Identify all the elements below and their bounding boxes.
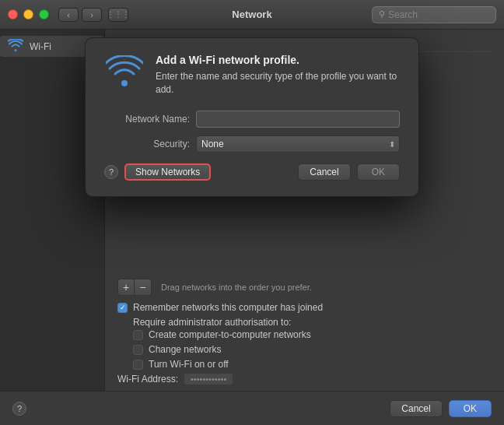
- sub-option-2-row: Change networks: [133, 344, 492, 355]
- drag-hint: Drag networks into the order you prefer.: [161, 283, 312, 292]
- sub-option-2-checkbox[interactable]: [133, 345, 143, 355]
- wifi-address-row: Wi-Fi Address: ••••••••••••: [117, 374, 492, 385]
- remember-networks-checkbox[interactable]: [117, 303, 128, 313]
- search-input[interactable]: [388, 9, 489, 20]
- search-box[interactable]: ⚲: [372, 6, 496, 23]
- show-networks-button[interactable]: Show Networks: [124, 163, 211, 181]
- global-bottom-bar: ? Cancel OK: [0, 391, 504, 425]
- title-bar: ‹ › ⋮⋮⋮ Network ⚲: [0, 0, 504, 30]
- modal-footer: ? Show Networks Cancel OK: [104, 163, 400, 181]
- modal-header: Add a Wi-Fi network profile. Enter the n…: [104, 54, 400, 97]
- modal-title-block: Add a Wi-Fi network profile. Enter the n…: [156, 54, 400, 97]
- require-admin-label: Require administrator authorisation to:: [133, 317, 291, 328]
- close-button[interactable]: [8, 9, 18, 19]
- security-select[interactable]: None WPA2 Personal WPA3 Personal WPA Ent…: [196, 135, 400, 153]
- wifi-address-value: ••••••••••••: [184, 374, 233, 385]
- svg-point-0: [121, 80, 128, 86]
- bottom-content-area: + − Drag networks into the order you pre…: [105, 272, 504, 391]
- nav-buttons: ‹ › ⋮⋮⋮: [58, 8, 128, 22]
- network-name-label: Network Name:: [104, 114, 190, 125]
- modal-title: Add a Wi-Fi network profile.: [156, 54, 400, 66]
- traffic-lights: [8, 9, 49, 19]
- add-remove-row: + − Drag networks into the order you pre…: [117, 279, 492, 296]
- sub-option-2-label: Change networks: [149, 344, 221, 355]
- minimize-button[interactable]: [23, 9, 33, 19]
- security-row: Security: None WPA2 Personal WPA3 Person…: [104, 135, 400, 153]
- global-help-button[interactable]: ?: [12, 402, 26, 416]
- window-title: Network: [232, 9, 271, 20]
- search-icon: ⚲: [379, 9, 385, 19]
- back-button[interactable]: ‹: [58, 8, 79, 22]
- sub-option-3-label: Turn Wi-Fi on or off: [149, 359, 229, 370]
- sub-option-3-row: Turn Wi-Fi on or off: [133, 359, 492, 370]
- security-select-wrapper: None WPA2 Personal WPA3 Personal WPA Ent…: [196, 135, 400, 153]
- footer-left: ? Show Networks: [104, 163, 211, 181]
- cancel-button[interactable]: Cancel: [298, 163, 350, 181]
- global-ok-button[interactable]: OK: [449, 400, 492, 417]
- security-label: Security:: [104, 139, 190, 149]
- remember-networks-row: Remember networks this computer has join…: [117, 302, 492, 313]
- ok-button[interactable]: OK: [357, 163, 400, 181]
- wifi-icon-large: [104, 54, 145, 88]
- global-cancel-button[interactable]: Cancel: [390, 400, 442, 417]
- remove-network-button[interactable]: −: [135, 279, 152, 296]
- network-name-row: Network Name:: [104, 111, 400, 128]
- modal-dialog: Add a Wi-Fi network profile. Enter the n…: [85, 37, 419, 197]
- grid-button[interactable]: ⋮⋮⋮: [108, 8, 128, 22]
- sub-option-1-row: Create computer-to-computer networks: [133, 329, 492, 340]
- sub-option-1-label: Create computer-to-computer networks: [149, 329, 311, 340]
- sub-option-3-checkbox[interactable]: [133, 360, 143, 370]
- remember-networks-label: Remember networks this computer has join…: [133, 302, 323, 313]
- footer-right: Cancel OK: [298, 163, 400, 181]
- network-name-input[interactable]: [196, 111, 400, 128]
- require-admin-row: Require administrator authorisation to:: [117, 317, 492, 328]
- add-network-button[interactable]: +: [117, 279, 135, 296]
- help-button[interactable]: ?: [104, 165, 118, 179]
- sub-option-1-checkbox[interactable]: [133, 330, 143, 340]
- forward-button[interactable]: ›: [82, 8, 102, 22]
- maximize-button[interactable]: [39, 9, 49, 19]
- wifi-address-label: Wi-Fi Address:: [117, 374, 178, 385]
- modal-subtitle: Enter the name and security type of the …: [156, 70, 400, 97]
